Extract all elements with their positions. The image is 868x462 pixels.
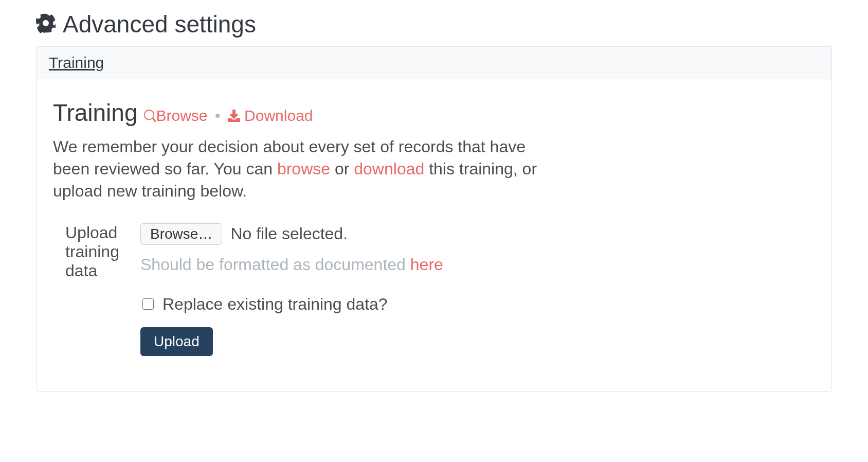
file-picker-row: Browse… No file selected. <box>140 223 565 245</box>
upload-label: Upload training data <box>53 223 140 280</box>
gear-icon <box>36 13 56 35</box>
replace-row: Replace existing training data? Upload <box>53 295 565 356</box>
replace-checkbox[interactable] <box>142 298 154 310</box>
browse-link-text: Browse <box>156 107 207 124</box>
section-heading: Training Browse • Download <box>53 99 565 127</box>
download-link[interactable]: Download <box>228 107 313 124</box>
search-icon <box>143 108 156 126</box>
tab-training[interactable]: Training <box>49 47 104 79</box>
file-status-text: No file selected. <box>230 224 348 243</box>
settings-panel: Training Training Browse • Download We r… <box>36 46 832 392</box>
download-inline-link[interactable]: download <box>354 159 424 178</box>
upload-form-row: Upload training data Browse… No file sel… <box>53 223 565 280</box>
heading-links: Browse • Download <box>143 107 313 126</box>
panel-body: Training Browse • Download We remember y… <box>37 79 582 391</box>
page-title: Advanced settings <box>63 10 256 38</box>
file-browse-button[interactable]: Browse… <box>140 223 222 245</box>
training-heading: Training <box>53 99 137 127</box>
download-link-text: Download <box>244 107 313 124</box>
tabs-bar: Training <box>37 47 831 79</box>
upload-button[interactable]: Upload <box>140 327 213 356</box>
training-description: We remember your decision about every se… <box>53 136 565 203</box>
upload-help-text: Should be formatted as documented here <box>140 255 565 274</box>
browse-link[interactable]: Browse <box>143 107 207 124</box>
browse-inline-link[interactable]: browse <box>277 159 330 178</box>
replace-checkbox-label[interactable]: Replace existing training data? <box>162 295 388 314</box>
link-separator: • <box>215 107 221 124</box>
page-header: Advanced settings <box>36 10 832 38</box>
help-docs-link[interactable]: here <box>410 255 443 274</box>
download-icon <box>228 108 240 126</box>
